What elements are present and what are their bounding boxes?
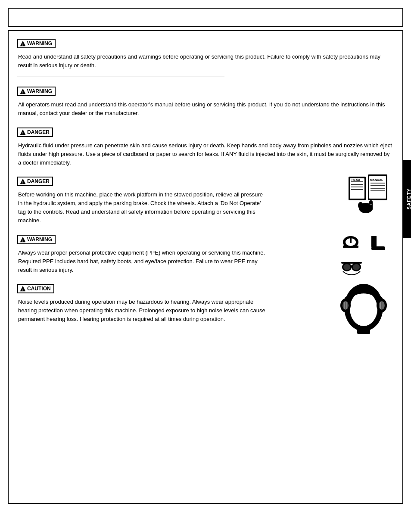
- svg-text:!: !: [22, 180, 24, 184]
- svg-rect-38: [351, 265, 352, 267]
- hearing-protection-icon-container: [338, 280, 389, 337]
- section-warning-1-text: Read and understand all safety precautio…: [18, 53, 394, 70]
- svg-rect-32: [371, 247, 385, 250]
- section-warning-1: ! WARNING Read and understand all safety…: [17, 39, 394, 77]
- page-outer: SAFETY ! WARNING Read and understand all…: [0, 0, 411, 512]
- side-tab-label: SAFETY: [406, 188, 411, 209]
- warning-triangle-icon-1: !: [20, 40, 26, 47]
- svg-text:!: !: [22, 131, 24, 135]
- danger-triangle-icon-1: !: [20, 129, 26, 135]
- badge-warning-2: ! WARNING: [17, 87, 56, 96]
- svg-rect-9: [350, 178, 364, 199]
- svg-text:MANUAL: MANUAL: [370, 178, 383, 181]
- badge-danger-2: ! DANGER: [17, 177, 53, 186]
- svg-text:!: !: [22, 43, 24, 47]
- svg-rect-31: [350, 237, 352, 243]
- svg-point-47: [379, 301, 385, 310]
- badge-caution-1-label: CAUTION: [27, 286, 51, 292]
- ppe-icons-container: [340, 233, 389, 276]
- hard-hat-icon: [340, 233, 361, 253]
- svg-point-37: [353, 264, 360, 270]
- caution-triangle-icon-1: !: [20, 286, 26, 292]
- section-danger-2: ! DANGER Before working on this machine,…: [17, 177, 394, 225]
- safety-boot-icon: [367, 233, 389, 253]
- warning-triangle-icon-2: !: [20, 88, 26, 94]
- svg-text:READ: READ: [352, 178, 360, 181]
- badge-caution-1: ! CAUTION: [17, 284, 54, 293]
- main-content-box: SAFETY ! WARNING Read and understand all…: [8, 30, 403, 504]
- section-caution-1: ! CAUTION Noise levels produced during o…: [17, 284, 394, 324]
- badge-warning-3-label: WARNING: [27, 236, 52, 243]
- eye-protection-icon: [340, 257, 363, 275]
- section-warning-2: ! WARNING All operators must read and un…: [17, 87, 394, 118]
- badge-warning-1: ! WARNING: [17, 39, 56, 48]
- section-caution-1-text: Noise levels produced during operation m…: [18, 298, 268, 324]
- badge-danger-1: ! DANGER: [17, 128, 53, 137]
- read-manual-icon: READ MANUAL: [344, 172, 394, 215]
- svg-text:!: !: [22, 90, 24, 94]
- svg-point-45: [342, 301, 349, 310]
- badge-warning-2-label: WARNING: [27, 88, 52, 94]
- section-warning-2-text: All operators must read and understand t…: [18, 100, 394, 118]
- svg-rect-42: [357, 328, 370, 334]
- badge-warning-1-label: WARNING: [27, 40, 52, 47]
- badge-warning-3: ! WARNING: [17, 235, 56, 244]
- side-tab: SAFETY: [402, 160, 411, 238]
- section-warning-3: ! WARNING Always wear proper personal pr…: [17, 235, 394, 274]
- hearing-protection-icon: [338, 280, 389, 336]
- svg-point-35: [343, 264, 350, 270]
- svg-point-25: [358, 202, 363, 209]
- svg-point-43: [350, 292, 377, 326]
- section-divider-1: [17, 77, 224, 77]
- warning-triangle-icon-3: !: [20, 236, 26, 243]
- section-danger-1-text: Hydraulic fluid under pressure can penet…: [18, 141, 394, 167]
- svg-rect-33: [341, 262, 362, 264]
- section-danger-2-text: Before working on this machine, place th…: [18, 190, 268, 225]
- badge-danger-1-label: DANGER: [27, 129, 50, 135]
- section-danger-1: ! DANGER Hydraulic fluid under pressure …: [17, 128, 394, 167]
- svg-rect-23: [369, 200, 373, 211]
- danger-triangle-icon-2: !: [20, 178, 26, 184]
- svg-text:!: !: [22, 238, 24, 242]
- read-manual-icon-container: READ MANUAL: [344, 172, 394, 217]
- page-title-box: [8, 8, 403, 27]
- section-warning-3-text: Always wear proper personal protective e…: [18, 249, 268, 274]
- svg-text:!: !: [22, 287, 24, 291]
- badge-danger-2-label: DANGER: [27, 178, 50, 184]
